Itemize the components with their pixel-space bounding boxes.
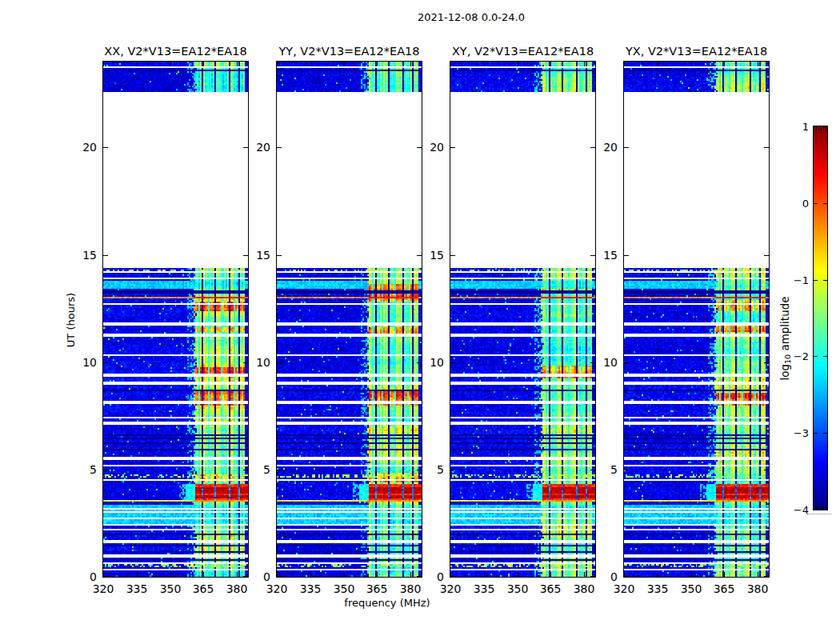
y-tick-label: 5 [437,463,444,476]
y-tick-mark [624,255,629,256]
y-tick-mark [764,576,769,577]
y-tick-mark [590,147,595,148]
y-tick-label: 0 [90,570,97,583]
x-tick-mark [484,572,485,577]
y-tick-mark [624,147,629,148]
y-tick-label: 5 [90,463,97,476]
colorbar-end-hatch [818,506,819,509]
x-tick-label: 365 [193,582,214,595]
x-tick-label: 335 [126,582,148,595]
y-tick-mark [590,470,595,470]
x-tick-mark [377,572,378,577]
x-tick-mark [758,62,758,66]
x-axis-label: frequency (MHz) [344,597,430,609]
y-tick-label: 15 [603,249,618,262]
x-tick-mark [658,572,658,577]
spectrogram-panel-xx: XX, V2*V13=EA12*EA1805101520320335350365… [102,61,249,578]
x-tick-mark [584,572,585,577]
x-tick-mark [377,62,378,66]
y-tick-mark [764,470,769,470]
x-tick-mark [518,62,518,66]
x-tick-label: 335 [474,582,495,595]
x-tick-mark [410,62,411,66]
x-tick-mark [103,62,104,66]
y-tick-mark [417,470,422,470]
x-tick-mark [170,572,171,577]
colorbar-end-hatch [823,506,824,509]
y-tick-label: 10 [256,356,270,369]
x-tick-mark [170,62,171,66]
colorbar-tick-mark [814,509,818,510]
colorbar-tick-label: −2 [794,350,809,362]
y-tick-label: 20 [430,141,444,154]
x-tick-label: 380 [226,582,248,595]
colorbar-tick-label: 0 [802,198,809,210]
y-tick-label: 10 [430,356,444,369]
x-tick-label: 320 [440,582,462,595]
x-tick-label: 350 [681,582,702,595]
x-tick-label: 350 [507,582,529,595]
x-tick-mark [103,572,104,577]
colorbar-tick-mark [823,203,827,204]
y-tick-mark [450,470,455,470]
spectrogram-canvas-yx [624,62,769,577]
y-tick-label: 0 [263,570,270,583]
colorbar-tick-mark [823,280,827,281]
y-tick-mark [243,362,248,363]
y-tick-mark [417,576,422,577]
colorbar-label-prefix: log [778,364,791,381]
figure-title: 2021-12-08 0.0-24.0 [418,11,525,23]
x-tick-label: 380 [400,582,422,595]
y-tick-label: 5 [610,463,618,476]
y-tick-mark [277,147,282,148]
x-tick-label: 365 [366,582,388,595]
y-tick-mark [277,470,282,470]
x-tick-mark [450,62,451,66]
colorbar-tick-mark [814,356,818,357]
colorbar-tick-label: 1 [802,121,809,133]
x-tick-mark [410,572,411,577]
x-tick-mark [137,572,138,577]
colorbar-end-hatch [823,127,824,130]
x-tick-label: 365 [540,582,562,595]
colorbar-label-subscript: 10 [783,354,792,364]
spectrogram-canvas-yy [277,62,422,577]
x-tick-mark [550,62,551,66]
x-tick-label: 365 [714,582,735,595]
panel-title-xy: XY, V2*V13=EA12*EA18 [452,45,594,58]
x-tick-mark [624,572,625,577]
x-tick-label: 380 [747,582,769,595]
colorbar-bottom-dots [807,514,831,514]
panel-title-yy: YY, V2*V13=EA12*EA18 [278,45,419,58]
x-tick-mark [277,572,278,577]
colorbar-tick-mark [814,203,818,204]
y-tick-mark [764,255,769,256]
y-tick-label: 15 [82,249,97,262]
colorbar-end-hatch [821,506,822,509]
y-tick-mark [590,576,595,577]
x-tick-mark [584,62,585,66]
x-tick-mark [450,572,451,577]
y-tick-mark [624,362,629,363]
y-tick-label: 0 [610,570,618,583]
y-tick-mark [417,362,422,363]
y-tick-mark [450,147,455,148]
colorbar-end-hatch [826,506,826,509]
y-tick-mark [764,362,769,363]
x-tick-label: 350 [160,582,182,595]
x-tick-mark [518,572,518,577]
colorbar-tick-mark [814,433,818,434]
y-tick-mark [417,147,422,148]
x-tick-mark [203,572,204,577]
spectrogram-canvas-xy [450,62,595,577]
colorbar-end-hatch [816,506,817,509]
x-tick-mark [550,572,551,577]
x-tick-mark [658,62,658,66]
y-tick-label: 10 [82,356,97,369]
x-tick-mark [237,572,238,577]
y-tick-label: 10 [603,356,618,369]
colorbar-end-hatch [826,127,826,130]
x-tick-mark [344,62,345,66]
x-tick-label: 380 [574,582,595,595]
y-tick-mark [417,255,422,256]
